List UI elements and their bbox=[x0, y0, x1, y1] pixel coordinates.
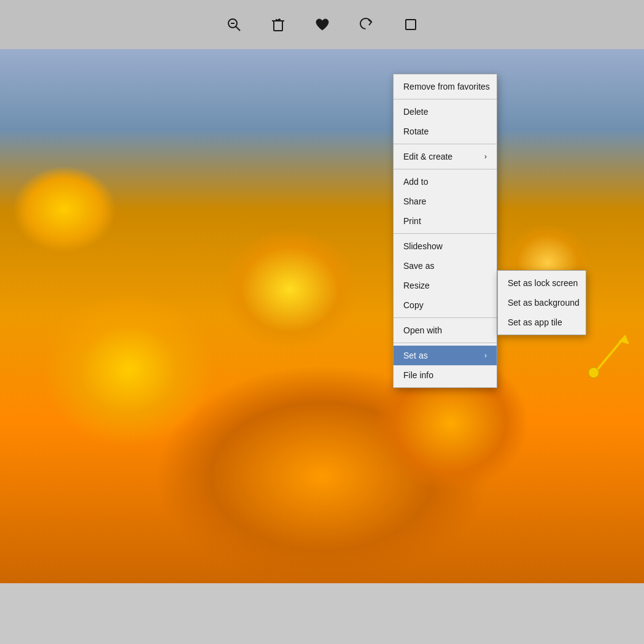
menu-separator-6 bbox=[394, 343, 497, 343]
menu-item-save-as[interactable]: Save as bbox=[394, 256, 497, 276]
favorite-heart-icon[interactable] bbox=[310, 12, 335, 37]
crop-icon[interactable] bbox=[398, 12, 423, 37]
rotate-icon[interactable] bbox=[354, 12, 379, 37]
menu-item-print[interactable]: Print bbox=[394, 211, 497, 231]
menu-separator-5 bbox=[394, 317, 497, 318]
submenu-set-as: Set as lock screen Set as background Set… bbox=[497, 270, 586, 335]
submenu-arrow-edit: › bbox=[484, 152, 487, 161]
menu-item-add-to[interactable]: Add to bbox=[394, 172, 497, 192]
menu-separator-1 bbox=[394, 99, 497, 99]
indicator-dot bbox=[588, 367, 599, 378]
menu-item-share[interactable]: Share bbox=[394, 192, 497, 211]
menu-item-rotate[interactable]: Rotate bbox=[394, 122, 497, 141]
menu-item-resize[interactable]: Resize bbox=[394, 276, 497, 295]
zoom-icon[interactable] bbox=[222, 12, 246, 37]
context-menu: Remove from favorites Delete Rotate Edit… bbox=[393, 74, 497, 388]
menu-item-delete[interactable]: Delete bbox=[394, 102, 497, 122]
svg-rect-3 bbox=[274, 21, 282, 31]
svg-rect-8 bbox=[406, 20, 416, 29]
menu-item-set-lock-screen[interactable]: Set as lock screen bbox=[498, 273, 586, 293]
menu-item-copy[interactable]: Copy bbox=[394, 295, 497, 315]
menu-separator-3 bbox=[394, 169, 497, 169]
menu-item-remove-favorites[interactable]: Remove from favorites bbox=[394, 77, 497, 96]
delete-icon[interactable] bbox=[266, 12, 290, 37]
bottom-bar bbox=[0, 583, 644, 644]
toolbar bbox=[0, 0, 644, 49]
menu-item-edit-create[interactable]: Edit & create › bbox=[394, 147, 497, 166]
submenu-arrow-set-as: › bbox=[484, 351, 487, 360]
menu-item-set-background[interactable]: Set as background bbox=[498, 293, 586, 312]
menu-item-open-with[interactable]: Open with bbox=[394, 320, 497, 340]
menu-separator-4 bbox=[394, 233, 497, 234]
menu-item-set-app-tile[interactable]: Set as app tile bbox=[498, 312, 586, 332]
menu-item-set-as[interactable]: Set as › bbox=[394, 346, 497, 365]
menu-separator-2 bbox=[394, 144, 497, 144]
menu-item-file-info[interactable]: File info bbox=[394, 365, 497, 385]
svg-line-1 bbox=[236, 26, 240, 31]
menu-item-slideshow[interactable]: Slideshow bbox=[394, 236, 497, 256]
